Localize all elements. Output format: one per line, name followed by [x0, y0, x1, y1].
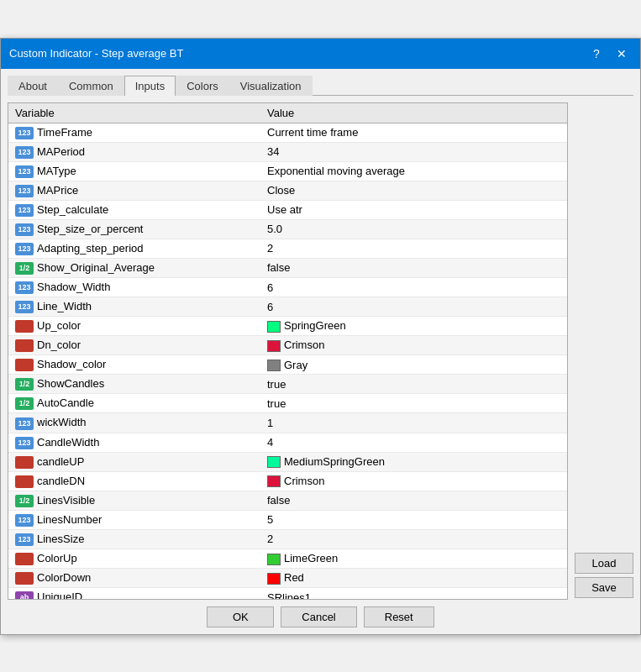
var-name: LinesVisible	[37, 494, 95, 507]
var-value: true	[267, 378, 286, 391]
tab-inputs[interactable]: Inputs	[124, 76, 176, 96]
color-swatch	[267, 573, 281, 585]
val-cell: false	[260, 258, 567, 277]
val-cell: true	[260, 394, 567, 413]
var-name: ColorDown	[37, 571, 91, 584]
val-cell: Close	[260, 181, 567, 200]
var-value: true	[267, 397, 286, 410]
table-row[interactable]: Shadow_colorGray	[8, 355, 567, 375]
table-row[interactable]: 123Step_calculateUse atr	[8, 200, 567, 219]
table-row[interactable]: ColorDownRed	[8, 568, 567, 587]
close-button[interactable]: ✕	[612, 44, 632, 64]
table-row[interactable]: 123MAPeriod34	[8, 142, 567, 161]
var-cell: 123CandleWidth	[8, 433, 260, 452]
var-cell: 1/2Show_Original_Average	[8, 258, 260, 277]
tab-common[interactable]: Common	[58, 76, 124, 96]
var-value: Gray	[284, 359, 307, 371]
var-value: Exponential moving average	[267, 165, 405, 177]
table-row[interactable]: 123wickWidth1	[8, 413, 567, 433]
var-name: Shadow_Width	[37, 281, 110, 293]
var-cell: Dn_color	[8, 336, 260, 355]
var-value: Crimson	[284, 339, 324, 351]
table-row[interactable]: ColorUpLimeGreen	[8, 549, 567, 568]
var-cell: ColorDown	[8, 568, 260, 587]
load-button[interactable]: Load	[575, 553, 633, 574]
color-swatch	[267, 456, 281, 468]
var-type-icon: 123	[15, 223, 34, 236]
var-value: 34	[267, 145, 279, 158]
var-value: 5.0	[267, 223, 282, 235]
var-cell: 123Line_Width	[8, 297, 260, 317]
val-cell: 5.0	[260, 219, 567, 239]
var-cell: candleDN	[8, 471, 260, 491]
var-cell: 123LinesSize	[8, 529, 260, 549]
val-cell: 1	[260, 413, 567, 433]
table-row[interactable]: Dn_colorCrimson	[8, 336, 567, 355]
table-row[interactable]: 1/2Show_Original_Averagefalse	[8, 258, 567, 277]
var-name: Up_color	[37, 319, 81, 332]
title-bar-buttons: ? ✕	[586, 44, 632, 64]
var-value: false	[267, 494, 290, 507]
table-row[interactable]: 1/2ShowCandlestrue	[8, 375, 567, 394]
var-type-icon: 1/2	[15, 378, 34, 391]
var-cell: 1/2ShowCandles	[8, 375, 260, 394]
table-row[interactable]: 123Adapting_step_period2	[8, 239, 567, 258]
table-row[interactable]: abUniqueIDSRlines1	[8, 588, 567, 600]
table-row[interactable]: Up_colorSpringGreen	[8, 317, 567, 336]
val-cell: 34	[260, 142, 567, 161]
var-value: 6	[267, 301, 273, 313]
var-value: 5	[267, 513, 273, 526]
var-name: candleDN	[37, 475, 85, 487]
var-cell: 123LinesNumber	[8, 510, 260, 529]
table-row[interactable]: 1/2LinesVisiblefalse	[8, 491, 567, 510]
var-type-icon	[15, 320, 34, 333]
table-row[interactable]: 123Line_Width6	[8, 297, 567, 317]
var-type-icon	[15, 572, 34, 585]
tab-colors[interactable]: Colors	[176, 76, 229, 96]
col-header-value: Value	[260, 103, 567, 123]
cancel-button[interactable]: Cancel	[281, 606, 356, 627]
table-row[interactable]: 123MAPriceClose	[8, 181, 567, 200]
var-name: Show_Original_Average	[37, 261, 155, 274]
var-cell: ColorUp	[8, 549, 260, 568]
var-cell: 123MAPeriod	[8, 142, 260, 161]
save-button[interactable]: Save	[575, 577, 633, 598]
var-name: LinesNumber	[37, 513, 102, 526]
var-type-icon: 123	[15, 204, 34, 217]
help-button[interactable]: ?	[586, 44, 607, 64]
val-cell: 2	[260, 529, 567, 549]
var-cell: 123TimeFrame	[8, 123, 260, 142]
tab-visualization[interactable]: Visualization	[229, 76, 313, 96]
var-cell: 123Step_size_or_percent	[8, 219, 260, 239]
val-cell: SRlines1	[260, 588, 567, 600]
color-swatch	[267, 360, 281, 371]
tab-about[interactable]: About	[8, 76, 58, 96]
table-row[interactable]: 123Shadow_Width6	[8, 278, 567, 297]
table-row[interactable]: candleDNCrimson	[8, 471, 567, 491]
bottom-buttons: OK Cancel Reset	[8, 606, 633, 627]
var-type-icon	[15, 475, 34, 488]
table-row[interactable]: 123LinesNumber5	[8, 510, 567, 529]
table-row[interactable]: 123LinesSize2	[8, 529, 567, 549]
val-cell: false	[260, 491, 567, 510]
table-row[interactable]: 123CandleWidth4	[8, 433, 567, 452]
var-cell: 123wickWidth	[8, 413, 260, 433]
var-name: UniqueID	[37, 591, 82, 600]
table-row[interactable]: 123TimeFrameCurrent time frame	[8, 123, 567, 142]
variables-table-container[interactable]: Variable Value 123TimeFrameCurrent time …	[8, 102, 568, 600]
val-cell: 6	[260, 297, 567, 317]
table-row[interactable]: 123Step_size_or_percent5.0	[8, 219, 567, 239]
var-type-icon	[15, 553, 34, 565]
table-row[interactable]: 123MATypeExponential moving average	[8, 161, 567, 181]
reset-button[interactable]: Reset	[364, 606, 434, 627]
ok-button[interactable]: OK	[207, 606, 274, 627]
var-name: CandleWidth	[37, 436, 99, 449]
var-type-icon: 123	[15, 127, 34, 139]
var-cell: 123Step_calculate	[8, 200, 260, 219]
var-cell: abUniqueID	[8, 588, 260, 600]
table-row[interactable]: candleUPMediumSpringGreen	[8, 452, 567, 471]
var-type-icon: ab	[15, 591, 34, 599]
color-swatch	[267, 554, 281, 565]
val-cell: LimeGreen	[260, 549, 567, 568]
table-row[interactable]: 1/2AutoCandletrue	[8, 394, 567, 413]
